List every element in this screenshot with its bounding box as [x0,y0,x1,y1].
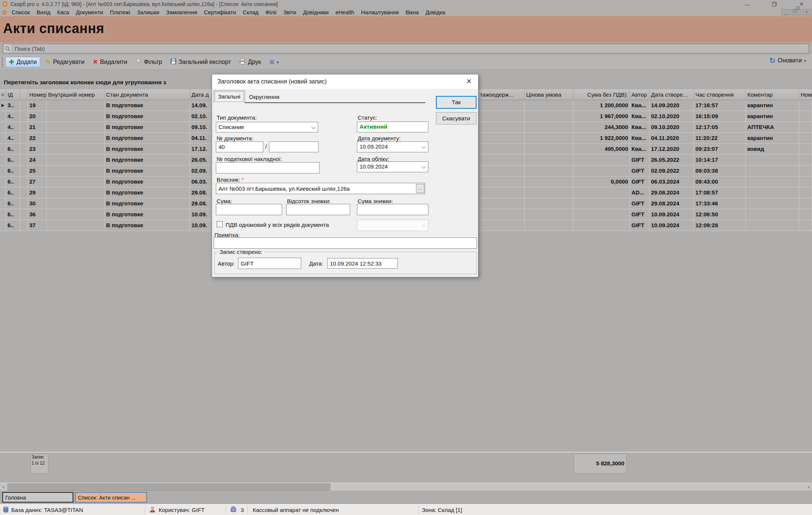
delete-button[interactable]: ✖ Видалити [90,57,131,67]
table-cell [799,111,812,122]
column-header[interactable]: Ном [799,90,812,100]
vat-equal-checkbox[interactable] [217,221,223,227]
column-header[interactable]: Автор [630,90,650,100]
database-status: База даних: TASA3@TITAN [11,507,83,513]
column-header[interactable]: Час створення [694,90,746,100]
column-header[interactable]: Внутрішній номер [47,90,105,100]
cancel-button[interactable]: Скасувати [436,112,477,125]
menu-item-7[interactable]: Сертифікати [200,9,239,15]
tax-invoice-input[interactable] [216,162,320,173]
ok-button[interactable]: Так [436,96,477,109]
table-cell: карантин [746,111,799,122]
column-header[interactable]: ≡ [0,90,6,100]
scroll-right-arrow[interactable]: › [805,483,812,491]
owner-browse-button[interactable]: ... [416,184,424,193]
menu-item-11[interactable]: Довідники [300,9,332,15]
doc-number-input[interactable] [216,141,263,152]
table-cell [0,122,6,133]
menu-item-2[interactable]: Каса [54,9,73,15]
table-cell: 6.. [6,176,20,187]
menu-item-5[interactable]: Залишки [134,9,162,15]
export-button[interactable]: Загальний експорт [167,56,234,68]
sum-input[interactable] [216,204,282,215]
tab-rounding[interactable]: Округлення [245,91,284,102]
table-cell: 02.09.2022 [650,166,694,176]
refresh-button[interactable]: ↻ Оновити ▾ [769,57,806,64]
author-input[interactable] [238,258,301,269]
menu-item-9[interactable]: Філії [262,9,280,15]
dialog-close-button[interactable]: × [464,76,474,87]
table-cell: 17:08:57 [694,187,746,198]
column-header[interactable]: Дата створе... [650,90,694,100]
column-header[interactable]: Номер [28,90,47,100]
menu-item-6[interactable]: Замовлення [163,9,201,15]
minimize-button[interactable]: — [742,0,753,8]
list-icon: ≣ [269,59,275,65]
table-cell: 22 [28,133,47,144]
scroll-left-arrow[interactable]: ‹ [0,483,7,491]
accounting-date-select[interactable]: 10.09.2024 [357,161,428,172]
discount-sum-input[interactable] [357,204,428,215]
doc-number-suffix-input[interactable] [269,141,319,152]
tab-general[interactable]: Загальні [214,90,245,103]
created-date-input[interactable] [327,258,398,269]
edit-button[interactable]: ✎ Редагувати [42,57,88,67]
menu-item-14[interactable]: Вікна [402,9,422,15]
doc-number-separator: / [265,143,267,150]
column-header[interactable] [20,90,28,100]
table-cell [47,144,105,155]
user-status: Користувач: GIFT [159,507,205,513]
mdi-minimize-button[interactable]: _ [781,9,791,15]
menu-item-4[interactable]: Платежі [106,9,134,15]
search-icon[interactable] [3,44,12,53]
add-button[interactable]: ✚ Додати [5,57,40,67]
doc-type-select[interactable]: Списание [216,122,318,132]
table-cell: Ква... [630,133,650,144]
restore-button[interactable] [769,0,780,8]
owner-label-text: Власник: [217,176,240,183]
menu-item-0[interactable]: Список [8,9,33,15]
table-cell [20,155,28,166]
table-cell [525,144,574,155]
table-cell [799,144,812,155]
restore-icon [772,2,777,6]
table-cell: Ква... [630,144,650,155]
table-cell [525,209,574,220]
menu-item-1[interactable]: Вихід [33,9,54,15]
menu-item-8[interactable]: Склад [240,9,262,15]
note-input[interactable] [214,237,477,249]
column-header[interactable]: Цінова умова [525,90,574,100]
column-header[interactable]: тажоодерж... [478,90,525,100]
menu-item-12[interactable]: eHealth [332,9,358,15]
table-cell: 29.08.2024 [650,187,694,198]
menu-item-15[interactable]: Довідка [422,9,448,15]
mdi-close-button[interactable]: × [802,9,811,15]
column-header[interactable]: Стан документа [105,90,190,100]
filter-button[interactable]: Фільтр [132,57,165,68]
print-button[interactable]: Друк [236,57,264,68]
page-header: Акти списання [0,16,812,43]
search-input[interactable] [12,46,809,52]
app-logo-small-icon [2,10,7,15]
tab-main[interactable]: Головна [2,492,73,503]
column-header[interactable]: ІД [6,90,20,100]
menu-item-13[interactable]: Налаштування [358,9,402,15]
menu-item-3[interactable]: Документи [73,9,106,15]
doc-date-select[interactable]: 10.09.2024 [357,141,428,152]
edit-button-label: Редагувати [53,59,85,65]
column-header[interactable]: Сума без ПДВ): [574,90,630,100]
tab-list-write-off-acts[interactable]: Список: Акти списан ... [75,492,147,503]
status-value-box: Активний [357,122,428,132]
vat-rate-select-disabled [357,220,428,231]
owner-input[interactable] [216,183,425,194]
scrollbar-thumb[interactable] [8,483,330,491]
table-cell: 19 [28,100,47,111]
menu-item-10[interactable]: Звіти [280,9,300,15]
discount-percent-input[interactable] [286,204,350,215]
table-cell [478,155,525,166]
table-cell: 02.10.2020 [650,111,694,122]
mdi-restore-button[interactable] [792,9,801,15]
toolbar-grip[interactable] [1,57,3,67]
view-options-button[interactable]: ≣ ▾ [266,58,282,67]
column-header[interactable]: Коментар [746,90,799,100]
